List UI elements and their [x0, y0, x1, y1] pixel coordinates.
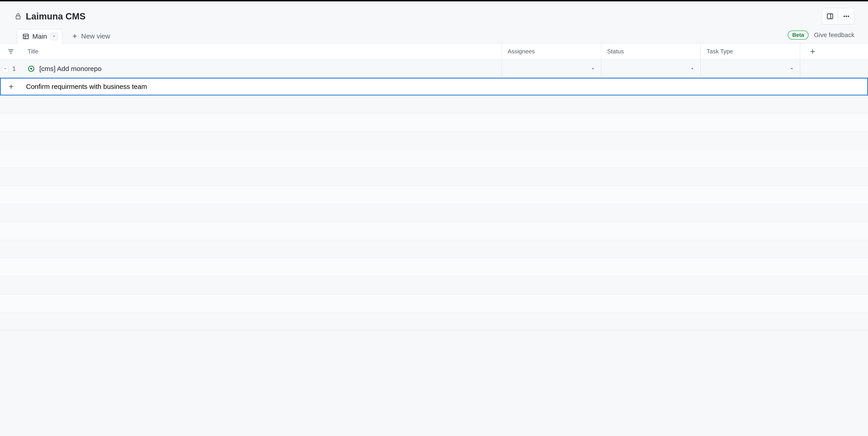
plus-icon: [72, 33, 78, 39]
panel-toggle-button[interactable]: [822, 8, 838, 24]
empty-row: [0, 277, 868, 294]
tasktype-cell[interactable]: [701, 60, 800, 78]
column-header-title[interactable]: Title: [22, 43, 502, 59]
empty-row: [0, 222, 868, 240]
panel-icon: [827, 13, 834, 20]
issue-title: [cms] Add monorepo: [39, 65, 101, 72]
row-number: 1: [12, 65, 16, 72]
table-row[interactable]: 1 [cms] Add monorepo: [0, 60, 868, 78]
empty-row: [0, 150, 868, 168]
empty-row: [0, 114, 868, 132]
column-header-assignees[interactable]: Assignees: [502, 43, 601, 59]
lock-icon: [14, 13, 22, 20]
project-title[interactable]: Laimuna CMS: [26, 11, 86, 22]
status-cell[interactable]: [601, 60, 701, 78]
svg-rect-0: [16, 16, 20, 19]
empty-row: [0, 132, 868, 150]
tab-main[interactable]: Main: [17, 29, 62, 43]
column-header-title-label: Title: [28, 48, 38, 55]
empty-row: [0, 240, 868, 258]
title-cell[interactable]: [cms] Add monorepo: [22, 60, 502, 78]
column-header-tasktype-label: Task Type: [707, 48, 733, 55]
give-feedback-link[interactable]: Give feedback: [814, 31, 855, 39]
svg-rect-6: [23, 34, 29, 39]
empty-row: [0, 258, 868, 277]
column-header-assignees-label: Assignees: [508, 48, 535, 55]
add-item-input[interactable]: [22, 79, 867, 95]
chevron-down-icon: [591, 66, 595, 71]
empty-rows: [0, 95, 868, 330]
svg-point-4: [846, 16, 847, 17]
add-item-plus: [1, 79, 22, 95]
beta-badge: Beta: [788, 31, 809, 39]
views-tab-row: Main New view Beta Give feedback: [0, 29, 868, 43]
table-header-row: Title Assignees Status Task Type: [0, 43, 868, 60]
svg-point-3: [844, 16, 845, 17]
tabs-left: Main New view: [17, 29, 114, 43]
header-right: [822, 8, 855, 24]
row-menu-button[interactable]: [2, 65, 8, 72]
svg-point-5: [848, 16, 849, 17]
empty-row: [0, 204, 868, 222]
row-number-cell: 1: [0, 60, 22, 78]
add-column-button[interactable]: [800, 43, 868, 59]
empty-row: [0, 186, 868, 204]
kebab-icon: [843, 13, 850, 20]
new-view-button[interactable]: New view: [68, 29, 114, 43]
row-trailing-cell: [800, 60, 868, 78]
column-header-status[interactable]: Status: [601, 43, 701, 59]
empty-row: [0, 168, 868, 186]
tab-options-button[interactable]: [50, 33, 58, 40]
project-header: Laimuna CMS: [0, 1, 868, 29]
empty-row: [0, 313, 868, 330]
chevron-down-icon: [789, 66, 794, 71]
table-layout-icon: [22, 33, 29, 40]
empty-row: [0, 294, 868, 313]
svg-point-17: [30, 68, 32, 70]
tab-label: Main: [32, 33, 47, 40]
tabs-right: Beta Give feedback: [788, 31, 855, 42]
chevron-down-icon: [690, 66, 694, 71]
issue-open-icon: [28, 65, 35, 72]
assignees-cell[interactable]: [502, 60, 601, 78]
empty-row: [0, 95, 868, 114]
svg-rect-1: [827, 14, 833, 19]
add-item-row[interactable]: [0, 78, 868, 95]
more-options-button[interactable]: [838, 8, 855, 24]
filter-button[interactable]: [0, 43, 22, 59]
header-left: Laimuna CMS: [14, 11, 86, 22]
column-header-tasktype[interactable]: Task Type: [701, 43, 800, 59]
column-header-status-label: Status: [607, 48, 624, 55]
new-view-label: New view: [81, 32, 110, 40]
